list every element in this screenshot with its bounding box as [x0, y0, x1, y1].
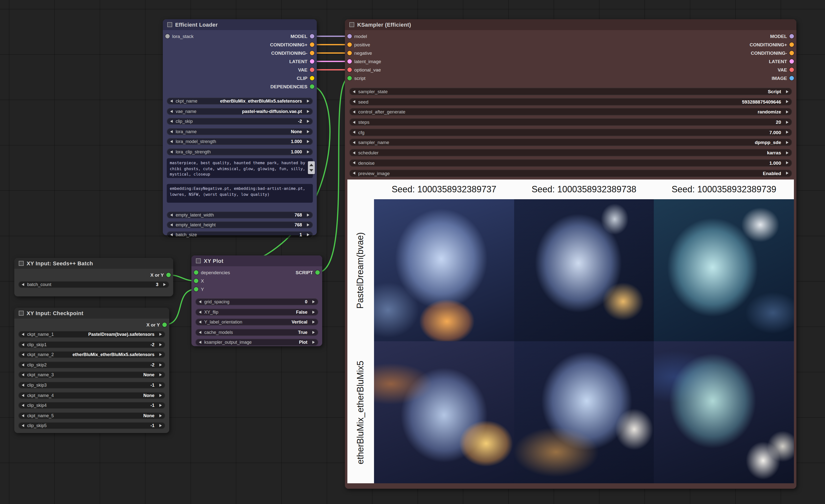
node-titlebar[interactable]: KSampler (Efficient)	[345, 19, 797, 30]
decrement-arrow-icon[interactable]	[22, 404, 24, 407]
widget-clip-skip3[interactable]: clip_skip3 -1	[18, 382, 165, 389]
spinner-down-icon[interactable]	[309, 169, 313, 171]
decrement-arrow-icon[interactable]	[22, 373, 24, 376]
widget-batch-count[interactable]: batch_count 3	[18, 281, 169, 288]
output-slot-dot[interactable]	[790, 76, 794, 80]
widget-clip-skip1[interactable]: clip_skip1 -2	[18, 341, 165, 348]
widget-cfg[interactable]: cfg 7.000	[349, 129, 792, 136]
increment-arrow-icon[interactable]	[786, 141, 789, 144]
increment-arrow-icon[interactable]	[786, 100, 789, 103]
input-slot-dot[interactable]	[347, 59, 352, 64]
widget-ckpt-name[interactable]: ckpt_name etherBluMix_etherBluMix5.safet…	[167, 98, 313, 104]
widget-batch-size[interactable]: batch_size 1	[167, 231, 313, 238]
output-slot-dot[interactable]	[790, 68, 794, 72]
increment-arrow-icon[interactable]	[307, 110, 309, 113]
output-slot-dot[interactable]	[310, 51, 314, 55]
decrement-arrow-icon[interactable]	[22, 343, 24, 346]
widget-preview-image[interactable]: preview_image Enabled	[349, 169, 792, 177]
textarea-scroll-spinner[interactable]	[308, 161, 315, 174]
node-titlebar[interactable]: Efficient Loader	[163, 19, 317, 30]
decrement-arrow-icon[interactable]	[22, 384, 24, 387]
decrement-arrow-icon[interactable]	[170, 150, 173, 153]
increment-arrow-icon[interactable]	[159, 424, 162, 427]
input-slot-dot[interactable]	[347, 51, 352, 55]
output-slot-dot[interactable]	[315, 270, 320, 275]
widget-ckpt-name-3[interactable]: ckpt_name_3 None	[18, 371, 165, 379]
decrement-arrow-icon[interactable]	[170, 100, 173, 103]
increment-arrow-icon[interactable]	[159, 363, 162, 366]
increment-arrow-icon[interactable]	[312, 311, 315, 313]
output-slot-dot[interactable]	[790, 51, 794, 55]
decrement-arrow-icon[interactable]	[199, 311, 201, 313]
increment-arrow-icon[interactable]	[307, 130, 309, 133]
output-slot-dot[interactable]	[310, 76, 314, 80]
output-slot-dot[interactable]	[790, 43, 794, 47]
increment-arrow-icon[interactable]	[159, 394, 162, 397]
widget-lora-model-strength[interactable]: lora_model_strength 1.000	[167, 138, 313, 145]
decrement-arrow-icon[interactable]	[170, 110, 173, 113]
widget-clip-skip4[interactable]: clip_skip4 -1	[18, 402, 165, 409]
decrement-arrow-icon[interactable]	[353, 162, 355, 164]
output-slot-dot[interactable]	[310, 59, 314, 64]
decrement-arrow-icon[interactable]	[170, 140, 173, 143]
decrement-arrow-icon[interactable]	[22, 414, 24, 417]
decrement-arrow-icon[interactable]	[22, 353, 24, 356]
increment-arrow-icon[interactable]	[159, 373, 162, 376]
decrement-arrow-icon[interactable]	[170, 120, 173, 123]
decrement-arrow-icon[interactable]	[22, 424, 24, 427]
input-slot-dot[interactable]	[165, 34, 170, 38]
collapse-icon[interactable]	[19, 261, 24, 266]
node-titlebar[interactable]: XY Plot	[192, 255, 322, 266]
collapse-icon[interactable]	[19, 311, 24, 316]
decrement-arrow-icon[interactable]	[353, 100, 355, 103]
increment-arrow-icon[interactable]	[307, 120, 309, 123]
widget-clip-skip2[interactable]: clip_skip2 -2	[18, 361, 165, 368]
decrement-arrow-icon[interactable]	[170, 224, 173, 226]
decrement-arrow-icon[interactable]	[353, 172, 355, 175]
decrement-arrow-icon[interactable]	[199, 331, 201, 334]
increment-arrow-icon[interactable]	[312, 331, 315, 334]
output-slot-dot[interactable]	[310, 68, 314, 72]
widget-grid-spacing[interactable]: grid_spacing 0	[196, 299, 318, 305]
increment-arrow-icon[interactable]	[159, 353, 162, 356]
increment-arrow-icon[interactable]	[307, 100, 309, 103]
increment-arrow-icon[interactable]	[307, 224, 309, 226]
decrement-arrow-icon[interactable]	[22, 333, 24, 336]
collapse-icon[interactable]	[349, 22, 354, 27]
increment-arrow-icon[interactable]	[307, 150, 309, 153]
negative-prompt-textarea[interactable]: embedding:EasyNegative.pt, embedding:bad…	[167, 184, 313, 203]
widget-ckpt-name-4[interactable]: ckpt_name_4 None	[18, 392, 165, 399]
positive-prompt-textarea[interactable]: masterpiece, best quality, haunted theme…	[167, 158, 313, 178]
widget-ckpt-name-1[interactable]: ckpt_name_1 PastelDream(bvae).safetensor…	[18, 331, 165, 338]
decrement-arrow-icon[interactable]	[22, 363, 24, 366]
widget-lora-name[interactable]: lora_name None	[167, 128, 313, 135]
output-slot-dot[interactable]	[310, 84, 314, 89]
decrement-arrow-icon[interactable]	[22, 283, 24, 286]
node-titlebar[interactable]: XY Input: Checkpoint	[14, 308, 169, 319]
collapse-icon[interactable]	[196, 258, 201, 263]
output-slot-dot[interactable]	[166, 273, 171, 277]
widget-seed[interactable]: seed 593288875409646	[349, 98, 792, 105]
output-slot-dot[interactable]	[310, 34, 314, 38]
widget-ckpt-name-5[interactable]: ckpt_name_5 None	[18, 412, 165, 419]
node-graph-canvas[interactable]: Efficient Loader lora_stack MODEL CONDIT…	[0, 0, 825, 504]
increment-arrow-icon[interactable]	[159, 333, 162, 336]
output-slot-dot[interactable]	[310, 43, 314, 47]
widget-xy-flip[interactable]: XY_flip False	[196, 309, 318, 315]
increment-arrow-icon[interactable]	[159, 384, 162, 387]
widget-steps[interactable]: steps 20	[349, 118, 792, 126]
increment-arrow-icon[interactable]	[786, 151, 789, 154]
decrement-arrow-icon[interactable]	[199, 300, 201, 303]
decrement-arrow-icon[interactable]	[353, 120, 355, 123]
widget-cache-models[interactable]: cache_models True	[196, 329, 318, 336]
increment-arrow-icon[interactable]	[786, 162, 789, 164]
decrement-arrow-icon[interactable]	[353, 90, 355, 93]
widget-empty-latent-height[interactable]: empty_latent_height 768	[167, 222, 313, 228]
increment-arrow-icon[interactable]	[312, 321, 315, 324]
input-slot-dot[interactable]	[194, 287, 198, 291]
increment-arrow-icon[interactable]	[786, 131, 789, 134]
decrement-arrow-icon[interactable]	[199, 321, 201, 324]
increment-arrow-icon[interactable]	[786, 110, 789, 113]
widget-y-label-orientation[interactable]: Y_label_orientation Vertical	[196, 319, 318, 326]
increment-arrow-icon[interactable]	[786, 90, 789, 93]
